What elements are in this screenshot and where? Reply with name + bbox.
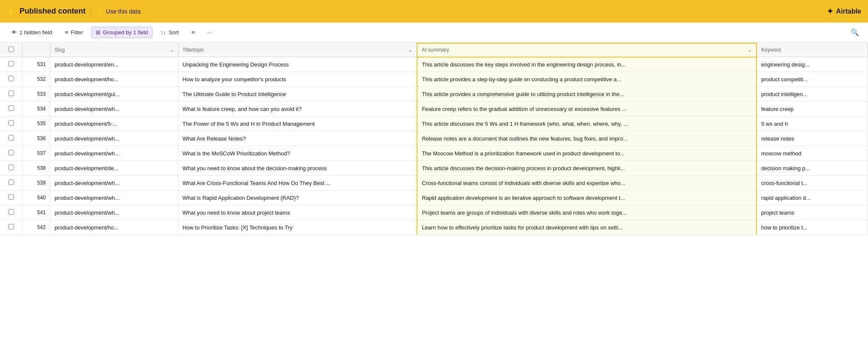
checkbox-column-header[interactable] [0, 43, 22, 57]
sort-button[interactable]: ↑↓ Sort [156, 27, 184, 38]
keyword-cell: cross-functional t... [757, 176, 868, 190]
ai-summary-cell: This article discusses the 5 Ws and 1 H … [417, 116, 757, 131]
row-checkbox-cell [0, 116, 22, 131]
title-cell: What is Rapid Application Development (R… [178, 190, 417, 205]
filter-button[interactable]: ≡ Filter [60, 27, 87, 38]
title-cell: What is the MoSCoW Prioritization Method… [178, 146, 417, 161]
fields-icon: ≡ [192, 29, 195, 36]
sort-label: Sort [169, 29, 179, 36]
title-column-label: Title/topic [183, 47, 204, 53]
airtable-logo-text: Airtable [836, 8, 861, 15]
keyword-cell: product competiti... [757, 72, 868, 87]
fields-button[interactable]: ≡ [187, 27, 200, 38]
row-checkbox[interactable] [8, 76, 14, 81]
keyword-cell: product intelligen... [757, 87, 868, 102]
ai-summary-cell: Cross-functional teams consist of indivi… [417, 176, 757, 190]
row-checkbox-cell [0, 131, 22, 146]
slug-column-header[interactable]: Slug ⌄ [50, 43, 178, 57]
row-checkbox-cell [0, 220, 22, 235]
row-checkbox[interactable] [8, 105, 14, 111]
slug-cell: product-development/wh... [50, 205, 178, 220]
select-all-checkbox[interactable] [8, 47, 14, 52]
row-checkbox[interactable] [8, 179, 14, 185]
slug-cell: product-development/gui... [50, 87, 178, 102]
airtable-logo: ✦ Airtable [827, 7, 861, 16]
row-number: 540 [22, 190, 50, 205]
title-cell: The Power of the 5 Ws and H in Product M… [178, 116, 417, 131]
row-checkbox[interactable] [8, 150, 14, 155]
top-bar: ⚡ Published content ⚡ Use this data ✦ Ai… [0, 0, 868, 22]
slug-column-label: Slug [55, 47, 65, 53]
row-checkbox-cell [0, 161, 22, 176]
app-title-text: Published content [19, 7, 86, 16]
table-row[interactable]: 535product-development/5-...The Power of… [0, 116, 868, 131]
keyword-cell: 5 ws and h [757, 116, 868, 131]
title-sort-icon[interactable]: ⌄ [408, 47, 412, 53]
toolbar: 👁 1 hidden field ≡ Filter ⊞ Grouped by 1… [0, 22, 868, 43]
table-row[interactable]: 538product-development/de...What you nee… [0, 161, 868, 176]
keyword-cell: feature creep [757, 102, 868, 116]
row-number: 541 [22, 205, 50, 220]
title-cell: How to Prioritize Tasks: [X] Techniques … [178, 220, 417, 235]
use-data-icon: ⚡ [96, 8, 103, 15]
row-checkbox-cell [0, 102, 22, 116]
keyword-cell: rapid application d... [757, 190, 868, 205]
row-checkbox[interactable] [8, 209, 14, 215]
hidden-fields-button[interactable]: 👁 1 hidden field [7, 27, 57, 38]
app-title: ⚡ Published content [7, 7, 86, 16]
table-row[interactable]: 532product-development/ho...How to analy… [0, 72, 868, 87]
row-checkbox-cell [0, 190, 22, 205]
ai-summary-sort-icon[interactable]: ⌄ [748, 47, 752, 53]
title-cell: The Ultimate Guide to Product Intelligen… [178, 87, 417, 102]
slug-cell: product-development/en... [50, 57, 178, 72]
row-checkbox[interactable] [8, 61, 14, 66]
table-row[interactable]: 541product-development/wh...What you nee… [0, 205, 868, 220]
more-options-button[interactable]: ··· [203, 27, 217, 38]
ai-summary-cell: Rapid application development is an iter… [417, 190, 757, 205]
keyword-cell: project teams [757, 205, 868, 220]
keyword-column-header[interactable]: Keyword [757, 43, 868, 57]
ai-summary-cell: Project teams are groups of individuals … [417, 205, 757, 220]
more-options-icon: ··· [208, 29, 212, 36]
table-row[interactable]: 540product-development/wh...What is Rapi… [0, 190, 868, 205]
table-header-row: Slug ⌄ Title/topic ⌄ AI summary ⌄ [0, 43, 868, 57]
table-row[interactable]: 542product-development/ho...How to Prior… [0, 220, 868, 235]
grouped-label: Grouped by 1 field [103, 29, 148, 36]
table-row[interactable]: 531product-development/en...Unpacking th… [0, 57, 868, 72]
ai-summary-cell: This article discusses the key steps inv… [417, 57, 757, 72]
ai-summary-cell: This article provides a comprehensive gu… [417, 87, 757, 102]
row-checkbox[interactable] [8, 194, 14, 200]
table-row[interactable]: 533product-development/gui...The Ultimat… [0, 87, 868, 102]
grouped-icon: ⊞ [96, 29, 100, 36]
table-row[interactable]: 536product-development/wh...What Are Rel… [0, 131, 868, 146]
table-row[interactable]: 537product-development/wh...What is the … [0, 146, 868, 161]
table-container: Slug ⌄ Title/topic ⌄ AI summary ⌄ [0, 43, 868, 345]
row-number: 531 [22, 57, 50, 72]
search-button[interactable]: 🔍 [849, 26, 861, 39]
ai-summary-column-header[interactable]: AI summary ⌄ [417, 43, 757, 57]
row-checkbox-cell [0, 87, 22, 102]
title-column-header[interactable]: Title/topic ⌄ [178, 43, 417, 57]
slug-sort-icon[interactable]: ⌄ [170, 47, 174, 53]
slug-cell: product-development/wh... [50, 102, 178, 116]
search-icon: 🔍 [851, 29, 859, 36]
title-cell: What Are Release Notes? [178, 131, 417, 146]
row-checkbox[interactable] [8, 91, 14, 96]
row-checkbox[interactable] [8, 135, 14, 141]
row-number: 535 [22, 116, 50, 131]
row-number: 532 [22, 72, 50, 87]
table-row[interactable]: 539product-development/wh...What Are Cro… [0, 176, 868, 190]
row-checkbox-cell [0, 176, 22, 190]
row-checkbox[interactable] [8, 120, 14, 126]
row-number: 538 [22, 161, 50, 176]
grouped-button[interactable]: ⊞ Grouped by 1 field [91, 27, 153, 38]
ai-summary-column-label: AI summary [422, 47, 449, 53]
title-cell: What is feature creep, and how can you a… [178, 102, 417, 116]
row-checkbox[interactable] [8, 224, 14, 229]
use-data-button[interactable]: ⚡ Use this data [96, 8, 141, 15]
hidden-field-icon: 👁 [11, 29, 17, 36]
table-row[interactable]: 534product-development/wh...What is feat… [0, 102, 868, 116]
row-checkbox[interactable] [8, 165, 14, 170]
top-bar-left: ⚡ Published content ⚡ Use this data [7, 6, 141, 17]
ai-summary-cell: This article provides a step-by-step gui… [417, 72, 757, 87]
